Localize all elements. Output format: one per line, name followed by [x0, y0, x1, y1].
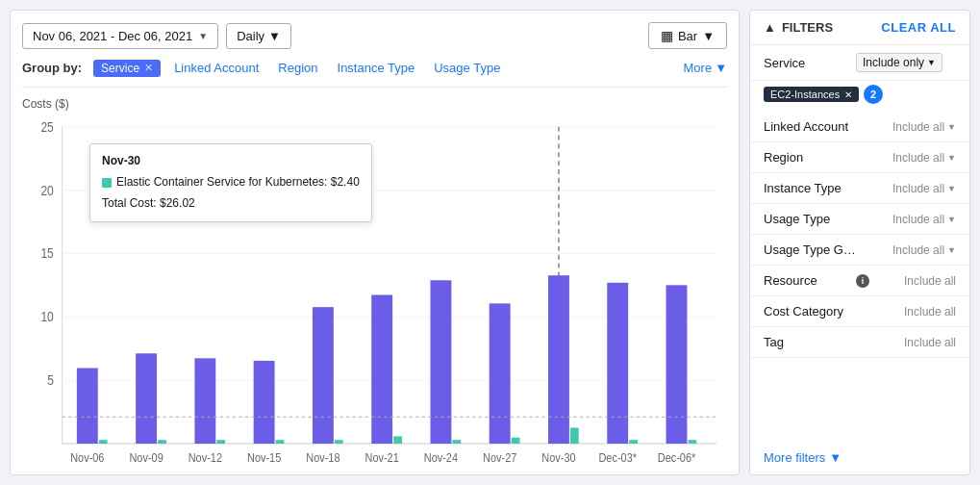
tag-value: Include all — [904, 336, 956, 349]
svg-rect-15 — [158, 440, 166, 444]
svg-rect-23 — [393, 436, 402, 444]
instance-type-select[interactable]: Include all ▼ — [856, 182, 956, 195]
chart-area: Costs ($) Nov-30 Elastic Container Servi… — [22, 97, 727, 463]
date-caret-icon: ▼ — [198, 31, 208, 41]
linked-account-link[interactable]: Linked Account — [168, 59, 264, 77]
period-picker[interactable]: Daily ▼ — [226, 23, 291, 49]
chart-type-label: Bar — [678, 29, 697, 43]
usage-type-value: Include all — [892, 213, 944, 226]
filter-name-cost-category: Cost Category — [764, 304, 850, 319]
filter-name-usage-type: Usage Type — [764, 212, 850, 226]
svg-rect-21 — [335, 440, 343, 444]
svg-text:Nov-15: Nov-15 — [247, 450, 282, 465]
filter-name-service: Service — [764, 56, 850, 70]
bar-chart-icon: ▦ — [661, 28, 673, 43]
usage-type-g-select[interactable]: Include all ▼ — [862, 243, 956, 257]
active-group-label: Service — [101, 62, 139, 75]
linked-account-value: Include all — [892, 120, 944, 134]
region-value: Include all — [892, 151, 944, 165]
region-caret-icon: ▼ — [947, 153, 956, 163]
service-chips-row: EC2-Instances ✕ 2 — [750, 81, 969, 112]
svg-rect-13 — [99, 440, 108, 444]
svg-text:Nov-27: Nov-27 — [483, 450, 516, 465]
svg-text:Nov-06: Nov-06 — [70, 450, 105, 465]
instance-type-link[interactable]: Instance Type — [332, 59, 421, 77]
filter-row-linked-account: Linked Account Include all ▼ — [750, 112, 969, 142]
include-only-button[interactable]: Include only ▼ — [856, 53, 942, 72]
svg-rect-32 — [629, 440, 638, 444]
more-caret-icon: ▼ — [715, 61, 727, 75]
date-range-picker[interactable]: Nov 06, 2021 - Dec 06, 2021 ▼ — [22, 23, 218, 49]
active-group-chip[interactable]: Service ✕ — [93, 60, 161, 77]
svg-rect-29 — [548, 275, 569, 444]
cost-category-value: Include all — [904, 305, 956, 319]
svg-rect-19 — [276, 440, 285, 444]
bar-chart: 25 20 15 10 5 — [22, 115, 727, 480]
filters-title: ▲ FILTERS — [764, 20, 833, 35]
usage-type-caret-icon: ▼ — [947, 215, 956, 224]
filter-row-region: Region Include all ▼ — [750, 142, 969, 173]
period-caret-icon: ▼ — [268, 29, 281, 43]
filter-name-linked-account: Linked Account — [764, 119, 850, 134]
svg-rect-14 — [136, 353, 157, 444]
svg-text:Nov-24: Nov-24 — [424, 450, 459, 465]
svg-rect-25 — [452, 440, 461, 444]
more-label: More — [684, 61, 713, 75]
tag-select[interactable]: Include all — [856, 336, 956, 349]
date-range-label: Nov 06, 2021 - Dec 06, 2021 — [33, 29, 192, 43]
filter-row-resource: Resource i Include all — [750, 266, 969, 296]
svg-text:15: 15 — [40, 246, 53, 262]
svg-text:Nov-30: Nov-30 — [541, 450, 576, 465]
resource-select[interactable]: Include all — [875, 274, 956, 288]
svg-rect-26 — [490, 303, 511, 444]
more-filters-label: More filters — [764, 450, 825, 465]
ec2-chip-label: EC2-Instances — [770, 89, 840, 100]
group-by-label: Group by: — [22, 61, 82, 75]
cost-category-select[interactable]: Include all — [856, 305, 956, 319]
filter-row-cost-category: Cost Category Include all — [750, 296, 969, 327]
svg-rect-22 — [371, 294, 392, 444]
svg-text:5: 5 — [47, 372, 54, 388]
filter-name-resource: Resource — [764, 273, 850, 288]
svg-rect-18 — [254, 361, 275, 444]
usage-type-g-value: Include all — [892, 243, 944, 257]
svg-rect-34 — [689, 440, 697, 444]
svg-text:Nov-21: Nov-21 — [365, 450, 399, 465]
filter-row-usage-type-g: Usage Type G… Include all ▼ — [750, 235, 969, 266]
instance-type-caret-icon: ▼ — [947, 184, 956, 193]
more-groups-button[interactable]: More ▼ — [684, 61, 728, 75]
include-only-caret-icon: ▼ — [927, 58, 936, 67]
linked-account-select[interactable]: Include all ▼ — [856, 120, 956, 134]
filter-row-service: Service Include only ▼ — [750, 45, 969, 81]
svg-rect-12 — [77, 368, 98, 444]
linked-account-caret-icon: ▼ — [947, 122, 956, 132]
svg-text:Nov-09: Nov-09 — [129, 450, 163, 465]
svg-text:25: 25 — [40, 119, 53, 135]
usage-type-select[interactable]: Include all ▼ — [856, 213, 956, 226]
svg-text:20: 20 — [40, 183, 53, 198]
chart-type-button[interactable]: ▦ Bar ▼ — [648, 22, 727, 49]
filter-row-usage-type: Usage Type Include all ▼ — [750, 204, 969, 235]
usage-type-link[interactable]: Usage Type — [428, 59, 506, 77]
svg-rect-27 — [512, 438, 520, 444]
more-filters-button[interactable]: More filters ▼ — [750, 441, 969, 474]
filter-name-usage-type-g: Usage Type G… — [764, 242, 856, 257]
svg-text:10: 10 — [40, 309, 53, 324]
region-link[interactable]: Region — [272, 59, 323, 77]
chart-type-caret-icon: ▼ — [702, 29, 715, 43]
svg-rect-33 — [666, 285, 688, 444]
clear-all-button[interactable]: CLEAR ALL — [881, 20, 956, 35]
svg-text:Dec-03*: Dec-03* — [598, 450, 637, 465]
filter-name-region: Region — [764, 150, 850, 165]
remove-ec2-chip-icon[interactable]: ✕ — [844, 89, 852, 100]
remove-group-icon[interactable]: ✕ — [144, 62, 153, 74]
filters-header: ▲ FILTERS CLEAR ALL — [750, 11, 969, 45]
svg-rect-24 — [430, 280, 451, 444]
resource-info-icon[interactable]: i — [856, 274, 869, 288]
ec2-chip[interactable]: EC2-Instances ✕ — [764, 87, 859, 102]
include-only-label: Include only — [863, 56, 924, 69]
count-badge: 2 — [864, 85, 883, 104]
svg-text:Nov-18: Nov-18 — [306, 450, 340, 465]
region-select[interactable]: Include all ▼ — [856, 151, 956, 165]
svg-rect-31 — [607, 283, 628, 444]
